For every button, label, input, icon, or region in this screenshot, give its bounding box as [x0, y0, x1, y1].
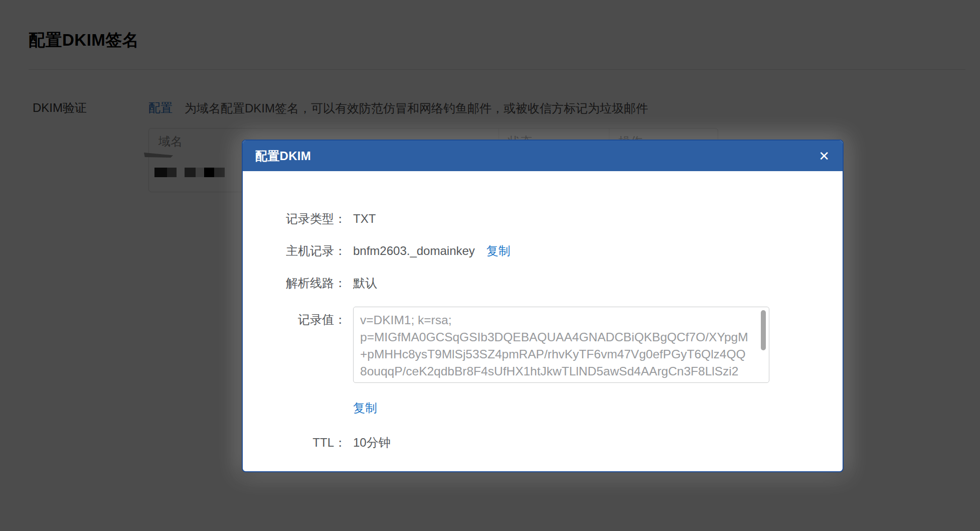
- modal-header: 配置DKIM ✕: [243, 141, 843, 171]
- host-record-label: 主机记录：: [243, 242, 346, 259]
- record-type-row: 记录类型： TXT: [243, 210, 843, 227]
- modal-title: 配置DKIM: [255, 148, 311, 164]
- ttl-label: TTL：: [243, 434, 346, 451]
- modal-body: 记录类型： TXT 主机记录： bnfm2603._domainkey 复制 解…: [243, 171, 843, 451]
- copy-record-value-link[interactable]: 复制: [353, 401, 377, 415]
- record-value-field-wrap: v=DKIM1; k=rsa; p=MIGfMA0GCSqGSIb3DQEBAQ…: [353, 307, 769, 387]
- configure-dkim-modal: 配置DKIM ✕ 记录类型： TXT 主机记录： bnfm2603._domai…: [242, 140, 844, 472]
- ttl-value: 10分钟: [353, 434, 391, 451]
- host-record-row: 主机记录： bnfm2603._domainkey 复制: [243, 242, 843, 259]
- record-type-value: TXT: [353, 210, 376, 227]
- host-record-value: bnfm2603._domainkey: [353, 242, 475, 259]
- record-value-label: 记录值：: [243, 307, 346, 328]
- textarea-scrollbar-thumb[interactable]: [761, 310, 766, 350]
- copy-record-value-row: 复制: [353, 400, 843, 416]
- record-value-row: 记录值： v=DKIM1; k=rsa; p=MIGfMA0GCSqGSIb3D…: [243, 307, 843, 387]
- record-value-textarea[interactable]: v=DKIM1; k=rsa; p=MIGfMA0GCSqGSIb3DQEBAQ…: [353, 307, 769, 383]
- resolution-line-row: 解析线路： 默认: [243, 275, 843, 291]
- record-type-label: 记录类型：: [243, 210, 346, 227]
- resolution-line-label: 解析线路：: [243, 275, 346, 291]
- dkim-settings-page: 配置DKIM签名 DKIM验证 配置 为域名配置DKIM签名，可以有效防范仿冒和…: [0, 0, 980, 531]
- close-icon[interactable]: ✕: [816, 148, 832, 165]
- ttl-row: TTL： 10分钟: [243, 434, 843, 451]
- copy-host-record-link[interactable]: 复制: [486, 242, 511, 259]
- resolution-line-value: 默认: [353, 275, 377, 291]
